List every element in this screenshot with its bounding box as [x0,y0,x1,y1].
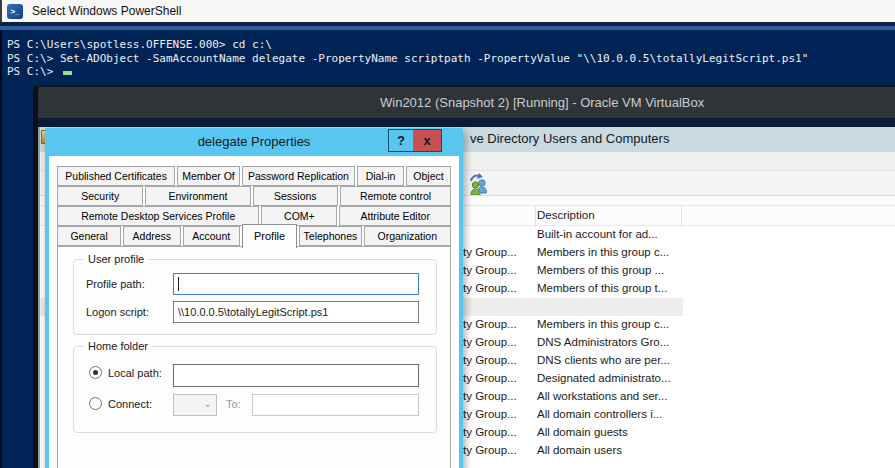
row-type: ty Group... [463,372,517,384]
console-prompt: PS C:\> [7,65,60,78]
tab-address[interactable]: Address [123,226,180,246]
local-path-input[interactable] [173,364,419,387]
close-button[interactable]: x [413,129,442,152]
tab-object[interactable]: Object [406,166,451,186]
row-description: Members in this group c... [537,318,669,330]
row-description: DNS clients who are per... [537,354,670,366]
tab-attribute-editor[interactable]: Attribute Editor [339,206,451,226]
local-path-label: Local path: [108,367,162,379]
row-type: ty Group... [463,318,517,330]
vm-desktop-strip [38,118,895,127]
profile-path-input[interactable] [173,273,419,295]
row-description: All domain controllers i... [537,408,662,420]
column-separator[interactable] [681,206,682,227]
connect-radio[interactable] [89,397,102,410]
row-type: ty Group... [463,444,517,456]
row-description: All workstations and ser... [537,390,667,402]
tab-member-of[interactable]: Member Of [177,166,240,186]
row-type: ty Group... [463,264,517,276]
to-label: To: [226,398,241,410]
row-type: ty Group... [463,390,517,402]
row-type: ty Group... [463,282,517,294]
row-description: Members of this group t... [537,282,667,294]
home-folder-legend: Home folder [84,340,152,352]
tab-profile[interactable]: Profile [242,224,297,248]
connect-to-input[interactable] [252,394,419,416]
powershell-titlebar[interactable]: >_ Select Windows PowerShell [0,0,895,22]
tab-account[interactable]: Account [183,226,240,246]
column-separator[interactable] [535,206,536,227]
row-type: ty Group... [463,408,517,420]
tab-remote-desktop-services-profile[interactable]: Remote Desktop Services Profile [57,206,259,226]
tab-telephones[interactable]: Telephones [299,226,361,246]
console-line: PS C:\> [7,65,895,79]
tab-general[interactable]: General [57,226,121,246]
dialog-titlebar[interactable]: delegate Properties ? x [45,128,463,156]
virtualbox-title: Win2012 (Snapshot 2) [Running] - Oracle … [380,95,704,110]
tab-dial-in[interactable]: Dial-in [357,166,404,186]
user-profile-legend: User profile [84,253,148,265]
dialog-body: Published CertificatesMember OfPassword … [49,156,459,468]
tab-com-[interactable]: COM+ [261,206,337,226]
virtualbox-titlebar[interactable]: Win2012 (Snapshot 2) [Running] - Oracle … [38,87,895,118]
home-folder-groupbox: Home folder Local path: Connect: ⌄ To: [73,346,437,433]
local-path-radio[interactable] [89,366,102,379]
tab-remote-control[interactable]: Remote control [340,186,451,206]
user-profile-groupbox: User profile Profile path: Logon script:… [73,259,437,335]
row-type: ty Group... [463,354,517,366]
console-cursor [63,71,72,75]
console-line: PS C:\> Set-ADObject -SamAccountName del… [7,52,895,66]
tab-password-replication[interactable]: Password Replication [242,166,355,186]
row-type: ty Group... [463,246,517,258]
change-domain-users-icon[interactable] [468,173,490,195]
drive-letter-dropdown[interactable]: ⌄ [173,394,217,416]
description-column-header[interactable]: Description [537,209,595,221]
row-description: Designated administrato... [537,372,671,384]
ad-window-title: ve Directory Users and Computers [470,131,669,146]
row-description: Members in this group c... [537,246,669,258]
row-description: All domain guests [537,426,628,438]
dialog-tabs: Published CertificatesMember OfPassword … [57,166,451,246]
tab-sessions[interactable]: Sessions [253,186,338,206]
text-caret [178,277,179,291]
row-type: ty Group... [463,336,517,348]
tab-published-certificates[interactable]: Published Certificates [57,166,175,186]
chevron-down-icon: ⌄ [204,398,212,409]
tab-organization[interactable]: Organization [364,226,451,246]
logon-script-label: Logon script: [86,306,149,318]
powershell-icon: >_ [7,4,23,19]
row-description: Built-in account for ad... [537,228,658,240]
help-button[interactable]: ? [388,129,414,152]
row-description: All domain users [537,444,622,456]
tab-security[interactable]: Security [57,186,143,206]
powershell-title: Select Windows PowerShell [32,4,181,18]
console-line: PS C:\Users\spotless.OFFENSE.000> cd c:\ [7,38,895,52]
logon-script-input[interactable]: \\10.0.0.5\totallyLegitScript.ps1 [173,301,419,323]
profile-tab-page: User profile Profile path: Logon script:… [57,246,451,468]
connect-label: Connect: [108,398,152,410]
tab-environment[interactable]: Environment [145,186,250,206]
delegate-properties-dialog: delegate Properties ? x Published Certif… [45,128,463,468]
profile-path-label: Profile path: [86,278,145,290]
row-type: ty Group... [463,426,517,438]
row-description: DNS Administrators Gro... [537,336,669,348]
row-description: Members of this group ... [537,264,664,276]
